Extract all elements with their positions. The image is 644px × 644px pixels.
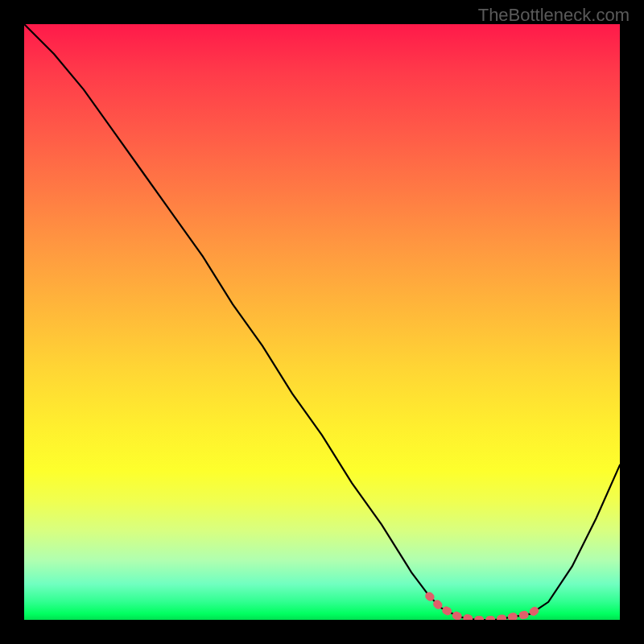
bottleneck-curve bbox=[24, 24, 620, 620]
chart-svg bbox=[24, 24, 620, 620]
valley-highlight bbox=[429, 596, 543, 620]
chart-plot-area bbox=[24, 24, 620, 620]
watermark-text: TheBottleneck.com bbox=[478, 5, 630, 26]
